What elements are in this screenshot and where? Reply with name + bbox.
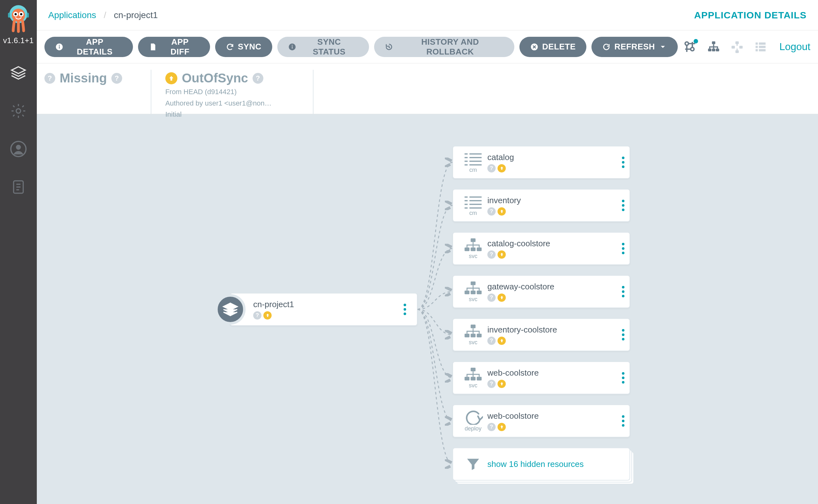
node-actions-menu[interactable] — [399, 294, 411, 325]
health-status-block: ? Missing ? — [44, 70, 151, 85]
delete-icon — [530, 43, 538, 51]
kind-label: svc — [469, 382, 477, 389]
show-hidden-link[interactable]: show 16 hidden resources — [487, 459, 584, 469]
breadcrumb-root-link[interactable]: Applications — [48, 10, 96, 20]
node-actions-menu[interactable] — [617, 146, 630, 178]
kind-label: svc — [469, 253, 477, 260]
cm-icon — [463, 152, 483, 166]
app-details-button[interactable]: APP DETAILS — [44, 37, 133, 57]
show-hidden-resources[interactable]: show 16 hidden resources — [452, 448, 630, 481]
refresh-button[interactable]: REFRESH — [591, 37, 678, 57]
sync-status-block: OutOfSync ? From HEAD (d914421) Authored… — [151, 70, 300, 114]
sidebar: v1.6.1+1 — [0, 0, 37, 504]
info-icon — [288, 43, 296, 51]
doc-icon — [10, 179, 27, 195]
svg-point-4 — [15, 13, 17, 15]
node-actions-menu[interactable] — [617, 233, 630, 264]
unknown-icon: ? — [487, 250, 496, 259]
tree-child-node[interactable]: deploy web-coolstore ? — [452, 404, 630, 437]
svc-icon — [463, 324, 483, 339]
unknown-icon: ? — [487, 294, 496, 302]
breadcrumb-bar: Applications / cn-project1 APPLICATION D… — [37, 0, 818, 30]
file-icon — [149, 43, 157, 51]
cm-icon — [463, 195, 483, 209]
filter-icon[interactable] — [683, 40, 698, 54]
sync-button[interactable]: SYNC — [215, 37, 272, 57]
unknown-icon: ? — [487, 207, 496, 216]
sync-icon — [226, 43, 234, 51]
svg-rect-30 — [756, 46, 758, 48]
svg-point-5 — [20, 13, 22, 15]
kind-icon-box: svc — [459, 362, 487, 394]
kind-icon-box: svc — [459, 319, 487, 351]
svc-icon — [463, 367, 483, 382]
svg-rect-32 — [759, 42, 766, 45]
layers-icon — [10, 65, 27, 81]
svg-rect-28 — [736, 50, 739, 53]
tree-child-node[interactable]: svc catalog-coolstore ? — [452, 232, 630, 265]
view-network-icon[interactable] — [730, 40, 744, 54]
user-icon — [10, 141, 27, 157]
tree-child-node[interactable]: svc inventory-coolstore ? — [452, 318, 630, 351]
unknown-icon: ? — [487, 337, 496, 345]
svg-rect-13 — [59, 46, 60, 48]
funnel-icon — [465, 456, 481, 472]
kind-label: deploy — [464, 425, 481, 432]
unknown-icon: ? — [487, 380, 496, 388]
tree-child-node[interactable]: cm inventory ? — [452, 189, 630, 222]
app-diff-button[interactable]: APP DIFF — [138, 37, 210, 57]
svg-rect-25 — [736, 41, 739, 44]
status-divider — [313, 70, 328, 114]
tree-child-node[interactable]: svc gateway-coolstore ? — [452, 275, 630, 308]
node-actions-menu[interactable] — [617, 190, 630, 221]
node-actions-menu[interactable] — [617, 405, 630, 437]
tree-child-node[interactable]: svc web-coolstore ? — [452, 361, 630, 394]
svg-rect-16 — [292, 46, 293, 48]
svg-rect-23 — [712, 48, 716, 51]
tree-child-node[interactable]: cm catalog ? — [452, 146, 630, 179]
history-button[interactable]: HISTORY AND ROLLBACK — [374, 37, 514, 57]
svg-point-8 — [16, 109, 21, 113]
tree-edges — [37, 114, 818, 504]
kind-icon-box: cm — [459, 146, 487, 178]
sidebar-item-settings[interactable] — [0, 92, 37, 130]
svg-rect-7 — [27, 13, 29, 17]
view-list-icon[interactable] — [753, 40, 768, 54]
sync-label: SYNC — [238, 42, 262, 52]
sidebar-item-docs[interactable] — [0, 168, 37, 206]
svg-point-17 — [292, 45, 293, 46]
argo-logo — [6, 3, 31, 35]
kind-label: cm — [469, 210, 477, 216]
svg-rect-33 — [759, 46, 766, 48]
node-actions-menu[interactable] — [617, 319, 630, 351]
sync-meta-1: From HEAD (d914421) — [165, 87, 272, 97]
node-actions-menu[interactable] — [617, 276, 630, 307]
resource-tree-canvas[interactable]: cn-project1 ? cm catalog ? cm inventory … — [37, 114, 818, 504]
kind-icon-box: svc — [459, 276, 487, 307]
svg-point-10 — [16, 145, 21, 150]
out-of-sync-icon — [165, 72, 177, 84]
sidebar-item-applications[interactable] — [0, 54, 37, 92]
unknown-icon: ? — [44, 73, 55, 84]
delete-button[interactable]: DELETE — [519, 37, 587, 57]
breadcrumb-current: cn-project1 — [114, 10, 158, 20]
tree-root-node[interactable]: cn-project1 ? — [230, 293, 418, 326]
sync-meta-2: Authored by user1 <user1@non… — [165, 99, 272, 108]
main-area: Applications / cn-project1 APPLICATION D… — [37, 0, 818, 504]
node-title: gateway-coolstore — [487, 282, 617, 292]
node-actions-menu[interactable] — [617, 362, 630, 394]
node-title: catalog — [487, 152, 617, 162]
root-node-title: cn-project1 — [253, 300, 399, 309]
kind-icon-box: cm — [459, 190, 487, 221]
view-tree-icon[interactable] — [706, 40, 721, 54]
breadcrumb-separator: / — [104, 10, 106, 20]
kind-icon-box: deploy — [459, 405, 487, 437]
logout-link[interactable]: Logout — [779, 41, 810, 53]
sidebar-item-user[interactable] — [0, 130, 37, 168]
help-icon[interactable]: ? — [253, 73, 263, 84]
sync-status-button[interactable]: SYNC STATUS — [277, 37, 369, 57]
help-icon[interactable]: ? — [111, 73, 122, 84]
chevron-down-icon — [659, 43, 667, 51]
page-title: APPLICATION DETAILS — [694, 10, 807, 21]
kind-icon-box: svc — [459, 233, 487, 264]
